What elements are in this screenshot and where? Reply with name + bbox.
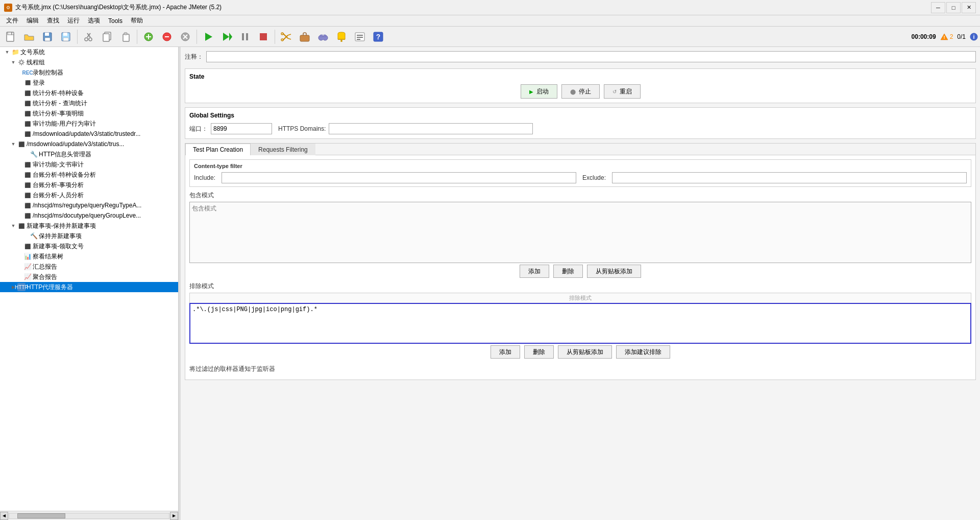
- toolbar-help-button[interactable]: ?: [370, 28, 387, 45]
- menu-edit[interactable]: 编辑: [22, 15, 43, 26]
- http-icon: ⬛: [23, 99, 32, 107]
- toolbar-scissors-button[interactable]: [278, 28, 295, 45]
- https-domains-input[interactable]: [329, 123, 533, 134]
- stop-button[interactable]: ⬤ 停止: [561, 84, 600, 99]
- state-section: State ▶ 启动 ⬤ 停止 ↺ 重启: [185, 68, 976, 103]
- toolbar-briefcase-button[interactable]: [296, 28, 313, 45]
- maximize-button[interactable]: □: [946, 2, 961, 13]
- toolbar-copy-button[interactable]: [99, 28, 116, 45]
- tree-item-account2[interactable]: ⬛ 台账分析-事项分析: [0, 180, 178, 190]
- graph-icon: 📊: [23, 252, 32, 261]
- scroll-left-btn[interactable]: ◀: [0, 512, 8, 520]
- start-button[interactable]: ▶ 启动: [521, 84, 557, 99]
- close-button[interactable]: ✕: [962, 2, 976, 13]
- tree-label: 录制控制器: [33, 68, 63, 77]
- toolbar-remove-button[interactable]: [158, 28, 176, 45]
- exclude-add-button[interactable]: 添加: [491, 345, 520, 359]
- tree-item-nhscjd2[interactable]: ⬛ /nhscjd/ms/docutype/queryGroupLeve...: [0, 210, 178, 221]
- toolbar-cut-button[interactable]: [80, 28, 97, 45]
- tree-item-account3[interactable]: ⬛ 台账分析-人员分析: [0, 190, 178, 200]
- include-input[interactable]: [222, 172, 576, 183]
- exclude-mode-title: 排除模式: [189, 282, 971, 291]
- svg-text:?: ?: [376, 33, 381, 41]
- include-delete-button[interactable]: 删除: [553, 265, 583, 278]
- tree-item-summary[interactable]: 📈 汇总报告: [0, 262, 178, 272]
- menu-options[interactable]: 选项: [84, 15, 104, 26]
- include-add-button[interactable]: 添加: [520, 265, 549, 278]
- scroll-track[interactable]: [9, 513, 169, 519]
- menu-run[interactable]: 运行: [63, 15, 84, 26]
- tree-item-keep-create[interactable]: 🔨 保持并新建事项: [0, 231, 178, 241]
- tree-item-ms1[interactable]: ⬛ /msdownload/update/v3/static/trustedr.…: [0, 129, 178, 139]
- tree-item-login[interactable]: ⬛ 登录: [0, 78, 178, 88]
- exclude-delete-button[interactable]: 删除: [524, 345, 554, 359]
- toolbar-save-button[interactable]: [39, 28, 56, 45]
- expand-icon[interactable]: ▼: [10, 141, 16, 147]
- tab-requests-filtering[interactable]: Requests Filtering: [251, 144, 315, 155]
- reset-button[interactable]: ↺ 重启: [604, 84, 641, 99]
- toolbar-paste-button[interactable]: [117, 28, 134, 45]
- tree-item-threadgroup[interactable]: ▼ 线程组: [0, 57, 178, 67]
- tree-label: /nhscjd/ms/regutype/queryReguTypeA...: [33, 202, 141, 209]
- tree-item-nhscjd1[interactable]: ⬛ /nhscjd/ms/regutype/queryReguTypeA...: [0, 200, 178, 210]
- state-buttons: ▶ 启动 ⬤ 停止 ↺ 重启: [189, 84, 971, 99]
- tree-item-results[interactable]: 📊 察看结果树: [0, 251, 178, 262]
- exclude-suggest-button[interactable]: 添加建议排除: [616, 345, 670, 359]
- filter-row: Include: Exclude:: [194, 172, 967, 183]
- tree-item-new-item1[interactable]: ▼ ⬛ 新建事项-保持并新建事项: [0, 221, 178, 231]
- right-panel: 注释： State ▶ 启动 ⬤ 停止 ↺ 重启: [181, 47, 980, 520]
- toolbar-alert-button[interactable]: [333, 28, 350, 45]
- tree-item-stat2[interactable]: ⬛ 统计分析 - 查询统计: [0, 98, 178, 108]
- tree-item-new-item2[interactable]: ⬛ 新建事项-领取文号: [0, 241, 178, 251]
- exclude-input[interactable]: [612, 172, 967, 183]
- port-input[interactable]: [211, 123, 272, 134]
- tree-item-root[interactable]: ▼ 📁 文号系统: [0, 47, 178, 57]
- expand-icon[interactable]: ▼: [10, 60, 16, 65]
- toolbar-list-button[interactable]: [351, 28, 369, 45]
- include-mode-textarea[interactable]: [189, 202, 971, 263]
- tree-item-aggregate[interactable]: 📈 聚合报告: [0, 272, 178, 282]
- menu-find[interactable]: 查找: [43, 15, 63, 26]
- toolbar-start-button[interactable]: [200, 28, 217, 45]
- tree-label: HTTP信息头管理器: [39, 150, 91, 159]
- tree-item-audit2[interactable]: ⬛ 审计功能-文书审计: [0, 159, 178, 170]
- tree-item-http-header[interactable]: 🔧 HTTP信息头管理器: [0, 149, 178, 159]
- toolbar-pause-button[interactable]: [236, 28, 254, 45]
- https-domains-label: HTTPS Domains:: [278, 125, 326, 132]
- toolbar-clear-button[interactable]: [177, 28, 194, 45]
- scroll-right-btn[interactable]: ▶: [170, 512, 178, 520]
- http-icon: ⬛: [23, 120, 32, 128]
- menu-file[interactable]: 文件: [2, 15, 22, 26]
- svg-text:!: !: [943, 35, 945, 40]
- tab-test-plan-creation[interactable]: Test Plan Creation: [185, 144, 251, 155]
- comment-input[interactable]: [206, 51, 976, 62]
- tree-label: /msdownload/update/v3/static/trustedr...: [33, 130, 140, 137]
- warning-badge: ! 2: [940, 33, 953, 40]
- toolbar-add-button[interactable]: [140, 28, 157, 45]
- toolbar-start-nopause-button[interactable]: [218, 28, 235, 45]
- tree-item-account1[interactable]: ⬛ 台账分析-特种设备分析: [0, 170, 178, 180]
- minimize-button[interactable]: ─: [931, 2, 945, 13]
- toolbar-binoculars-button[interactable]: [314, 28, 332, 45]
- expand-icon[interactable]: ▼: [4, 50, 10, 55]
- menu-tools[interactable]: Tools: [104, 15, 127, 26]
- tree-item-ms2[interactable]: ▼ ⬛ /msdownload/update/v3/static/trus...: [0, 139, 178, 149]
- exclude-paste-button[interactable]: 从剪贴板添加: [558, 345, 612, 359]
- tree-item-audit1[interactable]: ⬛ 审计功能-用户行为审计: [0, 119, 178, 129]
- exclude-action-btns: 添加 删除 从剪贴板添加 添加建议排除: [189, 345, 971, 359]
- tree-item-rec[interactable]: REC 录制控制器: [0, 67, 178, 78]
- exclude-mode-textarea[interactable]: .*\.(js|css|PNG|jpg|ico|png|gif).*: [189, 303, 971, 344]
- tree-item-stat1[interactable]: ⬛ 统计分析-特种设备: [0, 88, 178, 98]
- http-icon: ⬛: [23, 171, 32, 179]
- toolbar-saveas-button[interactable]: [57, 28, 75, 45]
- menu-help[interactable]: 帮助: [127, 15, 147, 26]
- toolbar-stop-button[interactable]: [255, 28, 272, 45]
- toolbar-open-button[interactable]: [20, 28, 38, 45]
- bottom-scrollbar[interactable]: ◀ ▶: [0, 511, 178, 520]
- expand-icon[interactable]: ▼: [10, 223, 16, 228]
- tree-item-proxy[interactable]: ▶ HTTP HTTP代理服务器: [0, 282, 178, 292]
- toolbar-new-button[interactable]: [2, 28, 19, 45]
- http-icon: ⬛: [23, 211, 32, 220]
- include-paste-button[interactable]: 从剪贴板添加: [587, 265, 641, 278]
- tree-item-stat3[interactable]: ⬛ 统计分析-事项明细: [0, 108, 178, 119]
